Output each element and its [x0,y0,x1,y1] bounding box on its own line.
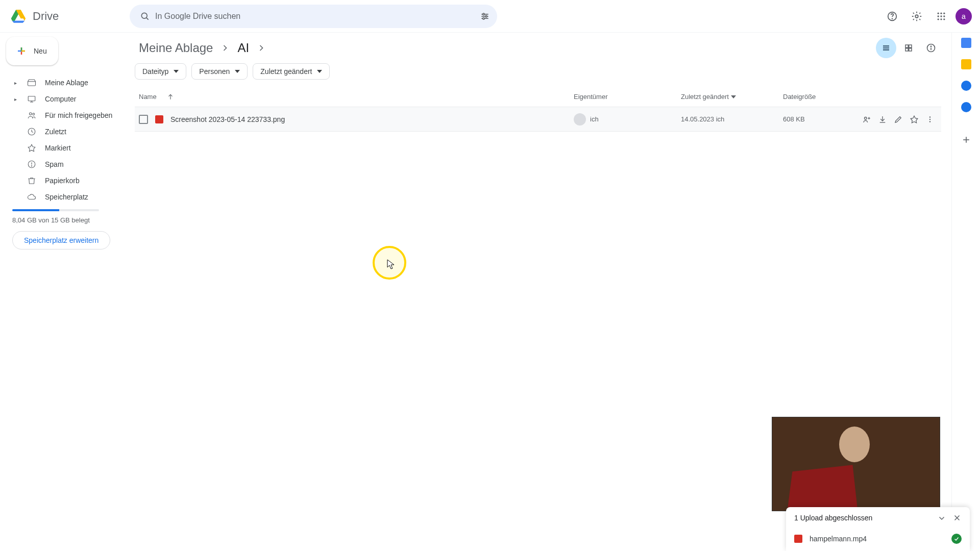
col-modified[interactable]: Zuletzt geändert [681,93,783,101]
sidebar-item-shared[interactable]: Für mich freigegeben [6,107,122,123]
upload-title: 1 Upload abgeschlossen [794,514,872,522]
search-options-icon[interactable] [480,11,490,21]
trash-icon [27,176,37,185]
app-name: Drive [33,10,59,23]
account-avatar[interactable]: a [955,8,972,24]
chevron-right-icon [217,43,233,53]
svg-rect-42 [905,45,908,47]
svg-marker-2 [12,20,24,22]
svg-point-54 [864,117,867,119]
keep-app-icon[interactable] [961,59,971,69]
svg-point-11 [483,17,484,19]
sidebar-item-label: Zuletzt [45,128,66,136]
apps-icon[interactable] [931,6,951,27]
svg-point-32 [30,113,32,115]
sidebar-item-mydrive[interactable]: ▸ Meine Ablage [6,74,122,91]
spam-icon [27,160,37,169]
right-rail [951,33,980,551]
svg-point-22 [940,18,942,20]
share-icon[interactable] [860,111,873,128]
svg-point-16 [940,12,942,14]
svg-point-61 [929,118,930,119]
download-icon[interactable] [875,111,889,128]
svg-line-5 [146,17,149,19]
shared-icon [27,111,37,120]
breadcrumb-current[interactable]: AI [233,39,253,57]
svg-point-13 [892,18,893,19]
table-row[interactable]: Screenshot 2023-05-14 223733.png ich 14.… [135,107,941,132]
details-button[interactable] [921,38,941,58]
col-name[interactable]: Name [139,93,574,101]
col-owner[interactable]: Eigentümer [574,93,681,101]
svg-point-4 [141,13,147,18]
search-input[interactable] [155,12,480,21]
storage-bar [12,209,99,211]
new-button[interactable]: Neu [6,37,58,65]
mydrive-icon [27,78,37,87]
star-icon[interactable] [908,111,921,128]
sidebar: Neu ▸ Meine Ablage ▸ Computer Für mich f… [0,33,131,551]
svg-point-9 [483,13,484,15]
chevron-right-icon[interactable] [253,43,270,53]
sort-arrow-icon [167,93,174,101]
storage-text: 8,04 GB von 15 GB belegt [12,216,122,224]
svg-point-23 [943,18,945,20]
sidebar-item-starred[interactable]: Markiert [6,140,122,156]
svg-point-20 [943,15,945,17]
tasks-app-icon[interactable] [961,81,971,91]
breadcrumb-root[interactable]: Meine Ablage [135,39,217,57]
image-file-icon [155,115,163,123]
svg-rect-44 [905,48,908,51]
expand-storage-button[interactable]: Speicherplatz erweitern [12,231,110,249]
svg-point-17 [943,12,945,14]
logo-area[interactable]: Drive [8,6,130,27]
svg-marker-35 [28,144,35,152]
add-app-icon[interactable] [956,130,976,150]
svg-point-48 [930,46,931,46]
storage-section: 8,04 GB von 15 GB belegt Speicherplatz e… [6,209,122,249]
svg-marker-53 [731,95,736,98]
file-modified: 14.05.2023 ich [681,115,783,123]
row-checkbox[interactable] [139,115,148,124]
calendar-app-icon[interactable] [961,38,971,48]
svg-marker-51 [317,70,322,73]
contacts-app-icon[interactable] [961,102,971,112]
filter-type[interactable]: Dateityp [135,63,186,80]
list-view-button[interactable] [876,38,896,58]
file-size: 608 KB [783,115,860,123]
sidebar-item-storage[interactable]: Speicherplatz [6,189,122,205]
svg-point-33 [33,113,35,115]
upload-filename: hampelmann.mp4 [810,535,867,543]
filter-people[interactable]: Personen [191,63,248,80]
svg-point-21 [938,18,939,20]
filter-modified[interactable]: Zuletzt geändert [253,63,330,80]
svg-point-18 [938,15,939,17]
support-icon[interactable] [882,6,902,27]
collapse-icon[interactable] [937,513,946,522]
cloud-icon [27,192,37,202]
search-bar[interactable] [130,5,497,28]
grid-view-button[interactable] [898,38,919,58]
col-size[interactable]: Dateigröße [783,93,860,101]
svg-point-10 [485,15,487,17]
star-icon [27,143,37,153]
header-actions: a [882,6,972,27]
file-name: Screenshot 2023-05-14 223733.png [170,115,285,123]
sidebar-item-recent[interactable]: Zuletzt [6,123,122,140]
upload-item[interactable]: hampelmann.mp4 [786,529,970,551]
sidebar-item-label: Speicherplatz [45,193,88,201]
settings-icon[interactable] [906,6,927,27]
svg-marker-50 [235,70,240,73]
sidebar-item-label: Spam [45,160,64,168]
edit-icon[interactable] [891,111,905,128]
expand-icon: ▸ [12,96,18,102]
svg-rect-29 [28,96,35,101]
drive-logo-icon [8,6,29,27]
close-icon[interactable] [952,513,962,522]
sidebar-item-computer[interactable]: ▸ Computer [6,91,122,107]
upload-toast: 1 Upload abgeschlossen hampelmann.mp4 [786,507,970,551]
sidebar-item-trash[interactable]: Papierkorb [6,172,122,189]
svg-point-60 [929,116,930,117]
sidebar-item-spam[interactable]: Spam [6,156,122,172]
more-icon[interactable] [923,111,937,128]
